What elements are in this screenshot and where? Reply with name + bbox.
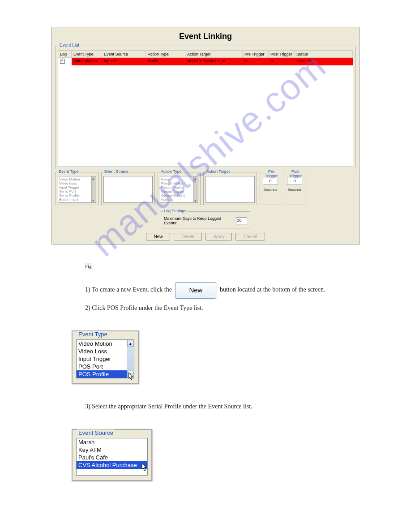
delete-button[interactable]: Delete — [174, 233, 202, 240]
event-linking-dialog: Event Linking Event List Log Event Type … — [51, 27, 360, 245]
list-item[interactable]: Notify — [161, 197, 197, 202]
list-item[interactable]: None — [161, 177, 197, 181]
scroll-down-icon[interactable]: ▾ — [127, 371, 134, 378]
apply-button[interactable]: Apply — [206, 233, 232, 240]
event-source-panel: Event Source — [101, 172, 155, 205]
list-item[interactable]: Record Video — [161, 181, 197, 185]
td-status: INVALID — [295, 58, 353, 65]
step-3: 3) Select the appropriate Serial Profile… — [85, 402, 354, 411]
event-type-popup-title: Event Type — [77, 331, 109, 338]
action-target-label: Action Target — [206, 169, 231, 174]
step-2: 2) Click POS Profile under the Event Typ… — [85, 303, 354, 313]
event-list-label: Event List — [59, 43, 80, 47]
th-event-source: Event Source — [102, 51, 146, 57]
list-item[interactable]: Serial Profile — [59, 193, 95, 197]
post-trigger-label: Post Trigger — [286, 169, 305, 178]
post-trigger-panel: Post Trigger 0 Seconds — [284, 172, 305, 205]
th-event-type: Event Type — [72, 51, 102, 57]
list-item[interactable]: Video Loss — [77, 348, 127, 355]
step1-prefix: 1) To create a new Event, click the — [85, 286, 172, 293]
event-type-listbox[interactable]: Video Motion Video Loss Input Trigger Se… — [58, 176, 96, 203]
post-trigger-input[interactable]: 0 — [287, 178, 302, 185]
list-item[interactable]: Output Video 1 — [161, 193, 197, 197]
event-type-popup-list[interactable]: Video Motion Video Loss Input Trigger PO… — [76, 339, 134, 378]
th-action-target: Action Target — [185, 51, 243, 57]
list-item[interactable]: Record Audio — [161, 185, 197, 189]
step-1: 1) To create a new Event, click the New … — [85, 282, 354, 299]
event-source-label: Event Source — [103, 169, 129, 174]
event-type-label: Event Type — [58, 169, 80, 174]
log-settings-text: Maximum Days to Keep Logged Events: — [164, 216, 234, 225]
event-source-popup: Event Source Marsh Key ATM Paul's Cafe C… — [72, 429, 152, 481]
figure-label: Fig — [85, 263, 92, 269]
th-status: Status — [295, 51, 353, 57]
dialog-title: Event Linking — [56, 29, 355, 46]
event-type-panel: Event Type Video Motion Video Loss Input… — [56, 172, 98, 205]
list-item[interactable]: Video Motion — [77, 340, 127, 348]
list-item[interactable]: POS Port — [77, 363, 127, 370]
table-row[interactable]: Video Motion Input 2 Notify NOTIFY: Devi… — [58, 58, 353, 65]
event-list-table[interactable]: Log Event Type Event Source Action Type … — [58, 51, 353, 167]
scrollbar[interactable]: ▴ ▾ — [127, 340, 134, 378]
action-target-listbox[interactable] — [206, 176, 255, 203]
log-settings-label: Log Settings — [163, 209, 187, 213]
pre-trigger-input[interactable]: 0 — [263, 178, 278, 185]
action-type-panel: Action Type None Record Video Record Aud… — [158, 172, 201, 205]
td-post-trigger: 0 — [269, 58, 295, 65]
event-list-fieldset: Event List Log Event Type Event Source A… — [56, 46, 355, 169]
new-button-image: New — [175, 282, 216, 299]
step1-suffix: button located at the bottom of the scre… — [220, 286, 325, 293]
th-log: Log — [58, 51, 72, 57]
list-item[interactable]: Serial Port — [59, 189, 95, 193]
th-post-trigger: Post Trigger — [269, 51, 295, 57]
action-type-listbox[interactable]: None Record Video Record Audio Output Tr… — [160, 176, 198, 203]
list-item[interactable]: Paul's Cafe — [77, 454, 147, 461]
td-pre-trigger: 0 — [243, 58, 269, 65]
log-checkbox[interactable] — [60, 59, 65, 64]
list-item[interactable]: Marsh — [77, 438, 147, 446]
list-item-selected[interactable]: POS Profile — [77, 370, 127, 378]
scrollbar[interactable] — [91, 176, 96, 202]
post-trigger-unit: Seconds — [286, 188, 303, 192]
td-event-type: Video Motion — [72, 58, 102, 65]
cancel-button[interactable]: Cancel — [235, 233, 265, 240]
action-type-label: Action Type — [160, 169, 183, 174]
list-item[interactable]: Key ATM — [77, 446, 147, 454]
th-action-type: Action Type — [146, 51, 185, 57]
pre-trigger-label: Pre Trigger — [262, 169, 281, 178]
event-source-listbox[interactable] — [103, 176, 153, 203]
list-item[interactable]: Video Motion — [59, 177, 95, 181]
new-button[interactable]: New — [146, 233, 170, 240]
list-item[interactable]: Button Input — [59, 197, 95, 202]
table-header: Log Event Type Event Source Action Type … — [58, 51, 353, 58]
pre-trigger-panel: Pre Trigger 0 Seconds — [260, 172, 281, 205]
event-type-popup: Event Type Video Motion Video Loss Input… — [72, 330, 139, 384]
td-event-source: Input 2 — [102, 58, 146, 65]
log-days-input[interactable]: 30 — [236, 217, 247, 224]
scroll-up-icon[interactable]: ▴ — [127, 340, 134, 347]
td-action-target: NOTIFY: Device 1, In... — [185, 58, 243, 65]
list-item[interactable]: Video Loss — [59, 181, 95, 185]
scrollbar[interactable] — [193, 176, 198, 202]
list-item-selected[interactable]: CVS Alcohol Purchase — [77, 461, 147, 469]
pre-trigger-unit: Seconds — [262, 188, 279, 192]
action-target-panel: Action Target — [203, 172, 257, 205]
list-item[interactable]: Input Trigger — [77, 355, 127, 363]
list-item[interactable]: Output Trigger — [161, 189, 197, 193]
event-source-popup-list[interactable]: Marsh Key ATM Paul's Cafe CVS Alcohol Pu… — [76, 438, 148, 476]
td-action-type: Notify — [146, 58, 185, 65]
log-settings-panel: Log Settings Maximum Days to Keep Logged… — [161, 211, 250, 228]
th-pre-trigger: Pre Trigger — [243, 51, 269, 57]
event-source-popup-title: Event Source — [77, 429, 115, 436]
td-log[interactable] — [58, 58, 72, 65]
list-item[interactable]: Input Trigger — [59, 185, 95, 189]
